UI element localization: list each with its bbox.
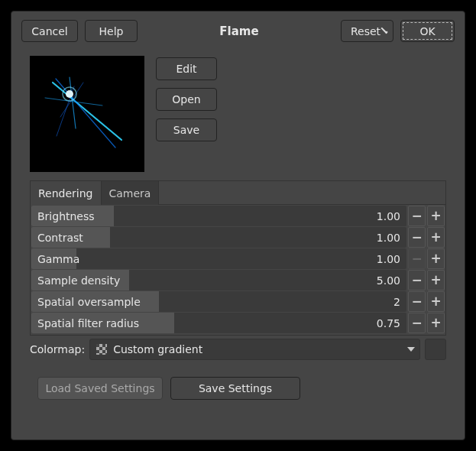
row-filter: Spatial filter radius 0.75 − + [31,313,445,333]
contrast-minus[interactable]: − [408,227,426,248]
colormap-extra[interactable] [425,339,446,360]
preview-button-stack: Edit Open Save [156,56,217,172]
tab-rendering[interactable]: Rendering [31,181,102,205]
filter-value: 0.75 [377,317,406,329]
colormap-row: Colormap: Custom gradient [30,338,446,361]
dialog-body: Edit Open Save Rendering Camera Brightne… [11,50,465,400]
plus-icon: + [430,252,441,265]
contrast-value: 1.00 [377,232,406,244]
filter-minus[interactable]: − [408,313,426,333]
filter-slider[interactable]: Spatial filter radius 0.75 [31,313,406,333]
row-brightness: Brightness 1.00 − + [31,206,445,226]
save-button[interactable]: Save [156,118,217,141]
minus-icon: − [411,316,422,329]
oversample-slider[interactable]: Spatial oversample 2 [31,291,406,312]
brightness-minus[interactable]: − [408,206,426,226]
density-label: Sample density [31,274,120,287]
gamma-slider[interactable]: Gamma 1.00 [31,248,406,269]
plus-icon: + [430,295,441,308]
minus-icon: − [411,231,422,244]
chevron-down-icon [381,27,388,34]
flame-preview [30,56,144,172]
reset-label: Reset [351,25,380,37]
minus-icon: − [411,295,422,308]
plus-icon: + [430,316,441,329]
density-minus[interactable]: − [408,270,426,290]
tab-camera[interactable]: Camera [102,181,160,205]
minus-icon: − [411,252,422,265]
params-panel: Brightness 1.00 − + Contrast 1.00 − + Ga [30,204,446,336]
edit-button[interactable]: Edit [156,57,217,80]
gamma-plus[interactable]: + [427,248,445,269]
oversample-plus[interactable]: + [427,291,445,312]
brightness-value: 1.00 [377,210,406,222]
footer-row: Load Saved Settings Save Settings [30,361,446,400]
plus-icon: + [430,209,441,222]
oversample-minus[interactable]: − [408,291,426,312]
density-plus[interactable]: + [427,270,445,290]
preview-render [30,56,144,172]
preview-row: Edit Open Save [30,56,446,172]
save-settings-button[interactable]: Save Settings [170,377,300,400]
gamma-label: Gamma [31,253,79,265]
tab-bar: Rendering Camera [30,180,446,204]
row-gamma: Gamma 1.00 − + [31,248,445,269]
checker-icon [96,344,107,355]
header-bar: Cancel Help Flame Reset OK [11,11,465,50]
row-density: Sample density 5.00 − + [31,270,445,290]
colormap-value: Custom gradient [113,343,202,355]
filter-plus[interactable]: + [427,313,445,333]
dropdown-icon [407,347,415,352]
cancel-button[interactable]: Cancel [21,20,78,42]
colormap-label: Colormap: [30,343,85,355]
colormap-select[interactable]: Custom gradient [89,339,420,360]
plus-icon: + [430,231,441,244]
density-value: 5.00 [377,274,406,287]
minus-icon: − [411,274,422,287]
dialog-title: Flame [144,24,334,38]
contrast-plus[interactable]: + [427,227,445,248]
minus-icon: − [411,209,422,222]
ok-button[interactable]: OK [400,20,455,42]
plus-icon: + [430,274,441,287]
gamma-value: 1.00 [377,253,406,265]
oversample-value: 2 [393,296,406,308]
brightness-label: Brightness [31,210,95,222]
reset-button[interactable]: Reset [341,20,393,42]
svg-point-0 [66,90,73,98]
load-settings-button[interactable]: Load Saved Settings [37,377,163,400]
open-button[interactable]: Open [156,88,217,111]
contrast-label: Contrast [31,232,83,244]
oversample-label: Spatial oversample [31,296,141,308]
brightness-plus[interactable]: + [427,206,445,226]
contrast-slider[interactable]: Contrast 1.00 [31,227,406,248]
row-contrast: Contrast 1.00 − + [31,227,445,248]
help-button[interactable]: Help [85,20,138,42]
dialog-panel: Cancel Help Flame Reset OK [11,11,465,440]
filter-label: Spatial filter radius [31,317,139,329]
gamma-minus: − [408,248,426,269]
density-slider[interactable]: Sample density 5.00 [31,270,406,290]
brightness-slider[interactable]: Brightness 1.00 [31,206,406,226]
row-oversample: Spatial oversample 2 − + [31,291,445,312]
